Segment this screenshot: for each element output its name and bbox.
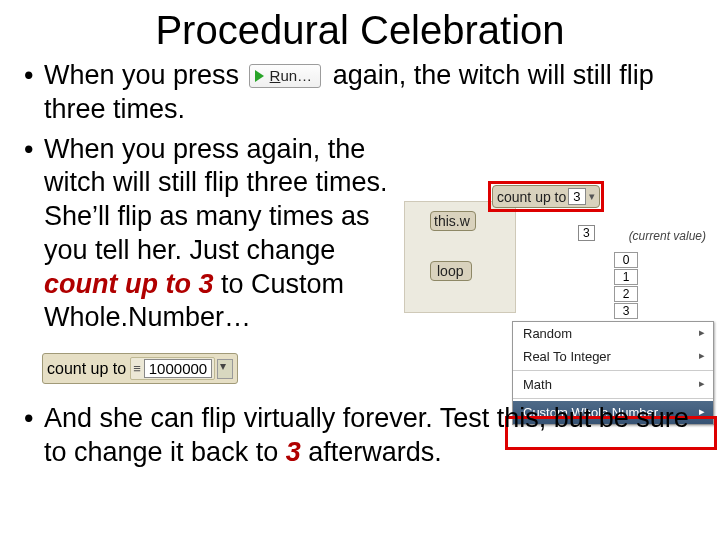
count-million-tile[interactable]: count up to ≡ 1000000: [42, 353, 238, 384]
bullet-1-pre: When you press: [44, 60, 247, 90]
menu-separator-2: [513, 398, 713, 399]
thisw-label: this.w: [434, 213, 470, 229]
loop-label: loop: [437, 263, 463, 279]
count-million-label: count up to: [47, 360, 126, 378]
count-tile[interactable]: count up to 3 ▾: [492, 185, 600, 208]
num-option-2[interactable]: 2: [614, 286, 638, 302]
chevron-down-icon: ▾: [589, 190, 595, 203]
play-icon: [255, 70, 264, 82]
bullet-2-emph: count up to 3: [44, 269, 213, 299]
menu-random[interactable]: Random: [513, 322, 713, 345]
bullet-3-three: 3: [286, 437, 301, 467]
equals-icon: ≡: [133, 361, 141, 376]
num-option-0[interactable]: 0: [614, 252, 638, 268]
bullet-2: When you press again, the witch will sti…: [44, 133, 414, 336]
menu-math[interactable]: Math: [513, 373, 713, 396]
red-highlight-count: count up to 3 ▾: [488, 181, 604, 212]
current-value-note: (current value): [629, 229, 706, 243]
bullet-1: When you press Run… again, the witch wil…: [44, 59, 696, 127]
run-button[interactable]: Run…: [249, 64, 322, 88]
number-options: 0 1 2 3: [614, 251, 684, 320]
bullet-2-a: When you press again, the witch will sti…: [44, 134, 388, 265]
page-title: Procedural Celebration: [0, 8, 720, 53]
thisw-value-box: 3: [578, 225, 595, 240]
loop-tile[interactable]: loop: [430, 261, 472, 281]
menu-separator: [513, 370, 713, 371]
count-tile-value: 3: [568, 188, 585, 205]
count-tile-outer: count up to 3 ▾: [488, 181, 604, 212]
num-option-1[interactable]: 1: [614, 269, 638, 285]
chevron-down-icon[interactable]: [217, 359, 233, 379]
bullet-3-b: afterwards.: [301, 437, 442, 467]
count-million-value: 1000000: [144, 359, 212, 378]
bullet-3: And she can flip virtually forever. Test…: [44, 402, 696, 470]
run-button-label: Run…: [270, 67, 313, 86]
num-option-3[interactable]: 3: [614, 303, 638, 319]
count-tile-label: count up to: [497, 189, 566, 205]
thisw-tile[interactable]: this.w: [430, 211, 476, 231]
menu-real-to-integer[interactable]: Real To Integer: [513, 345, 713, 368]
